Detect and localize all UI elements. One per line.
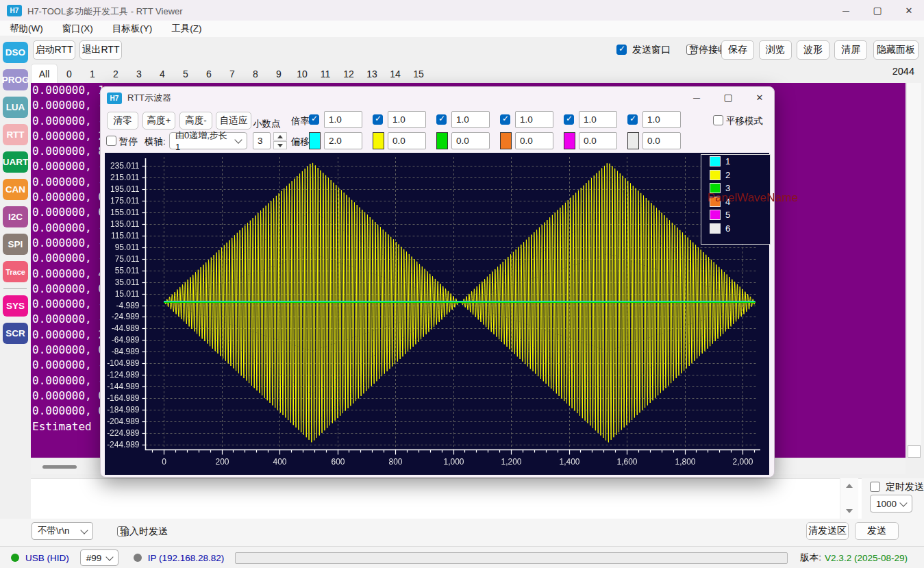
channel-5-offset-input[interactable]: 0.0 — [579, 132, 617, 149]
pan-mode-checkbox[interactable] — [713, 115, 723, 125]
channel-1-enable-checkbox[interactable] — [309, 114, 319, 125]
timed-send-checkbox[interactable] — [870, 482, 880, 492]
channel-4-enable-checkbox[interactable] — [500, 114, 510, 125]
minimize-icon[interactable] — [836, 3, 856, 18]
sidebar-item-sys[interactable]: SYS — [3, 295, 28, 317]
maximize-icon[interactable] — [868, 3, 887, 18]
hscrollbar-handle[interactable] — [42, 465, 77, 469]
channel-6-gain-input[interactable]: 1.0 — [642, 111, 681, 128]
tab-1[interactable]: 1 — [81, 64, 104, 83]
channel-5-gain-input[interactable]: 1.0 — [579, 111, 617, 128]
decimal-spinner[interactable] — [273, 132, 287, 149]
send-window-checkbox[interactable] — [616, 45, 627, 55]
exit-rtt-button[interactable]: 退出RTT — [79, 40, 122, 60]
clear-send-button[interactable]: 清发送区 — [806, 522, 849, 540]
channel-3-color-swatch[interactable] — [436, 132, 448, 149]
channel-2-color-swatch[interactable] — [373, 132, 384, 149]
input-vscrollbar[interactable] — [840, 478, 858, 519]
waveform-button[interactable]: 波形 — [797, 40, 829, 60]
sidebar-item-rtt[interactable]: RTT — [3, 124, 28, 145]
decimal-input[interactable]: 3 — [253, 132, 271, 149]
start-rtt-button[interactable]: 启动RTT — [33, 40, 75, 60]
sidebar-item-scr[interactable]: SCR — [3, 323, 28, 344]
menu-item[interactable]: 工具(Z) — [162, 23, 211, 35]
scope-chart-canvas[interactable] — [105, 153, 769, 475]
channel-2-gain-input[interactable]: 1.0 — [388, 111, 426, 128]
sidebar-item-lua[interactable]: LUA — [3, 97, 28, 118]
channel-4-gain-input[interactable]: 1.0 — [515, 111, 553, 128]
legend-swatch-3 — [710, 183, 721, 193]
channel-2-enable-checkbox[interactable] — [373, 114, 383, 125]
channel-5-enable-checkbox[interactable] — [564, 114, 574, 125]
tab-5[interactable]: 5 — [174, 64, 197, 83]
haxis-combobox[interactable]: 由0递增,步长1 — [169, 132, 247, 149]
sidebar-item-can[interactable]: CAN — [3, 179, 28, 200]
tab-13[interactable]: 13 — [360, 64, 384, 83]
tab-7[interactable]: 7 — [221, 64, 244, 83]
menu-item[interactable]: 窗口(X) — [53, 23, 103, 35]
channel-3-offset-input[interactable]: 0.0 — [451, 132, 490, 149]
channel-6-enable-checkbox[interactable] — [627, 114, 638, 125]
close-icon[interactable] — [899, 3, 919, 18]
interval-combobox[interactable]: 1000 — [870, 495, 912, 513]
scroll-up-icon[interactable] — [846, 484, 853, 488]
channel-4-color-swatch[interactable] — [500, 132, 512, 149]
scroll-down-icon[interactable] — [846, 509, 853, 513]
browse-button[interactable]: 浏览 — [759, 40, 792, 60]
scope-pause-checkbox[interactable] — [106, 136, 116, 146]
tab-10[interactable]: 10 — [290, 64, 314, 83]
send-button[interactable]: 发送 — [855, 522, 899, 540]
channel-combobox[interactable]: #99 — [80, 550, 118, 566]
sidebar-item-i2c[interactable]: I2C — [3, 206, 28, 227]
tab-15[interactable]: 15 — [407, 64, 430, 83]
spinner-up-icon[interactable] — [273, 132, 287, 140]
clear-screen-button[interactable]: 清屏 — [834, 40, 867, 60]
tab-6[interactable]: 6 — [197, 64, 221, 83]
menu-item[interactable]: 帮助(W) — [0, 23, 53, 35]
line-ending-combobox[interactable]: 不带\r\n — [32, 522, 93, 540]
channel-1-offset-input[interactable]: 2.0 — [324, 132, 362, 149]
legend-item: 3 — [701, 182, 770, 195]
tab-11[interactable]: 11 — [314, 64, 337, 83]
channel-3-enable-checkbox[interactable] — [436, 114, 447, 125]
legend-swatch-5 — [710, 210, 721, 220]
sidebar-item-spi[interactable]: SPI — [3, 234, 28, 255]
channel-3-gain-input[interactable]: 1.0 — [451, 111, 490, 128]
sidebar-item-uart[interactable]: UART — [3, 151, 28, 173]
tab-0[interactable]: 0 — [58, 64, 81, 83]
scope-close-icon[interactable] — [750, 90, 769, 105]
terminal-scroll-corner[interactable] — [908, 445, 921, 458]
channel-1-gain-input[interactable]: 1.0 — [324, 111, 362, 128]
terminal-vscrollbar[interactable] — [906, 83, 921, 458]
auto-fit-button[interactable]: 自适应 — [216, 112, 251, 129]
channel-6-offset-input[interactable]: 0.0 — [642, 132, 681, 149]
tab-2[interactable]: 2 — [104, 64, 127, 83]
save-button[interactable]: 保存 — [721, 40, 754, 60]
spinner-down-icon[interactable] — [273, 141, 287, 149]
clear-zero-button[interactable]: 清零 — [107, 112, 138, 129]
channel-2-offset-input[interactable]: 0.0 — [388, 132, 426, 149]
tab-3[interactable]: 3 — [127, 64, 151, 83]
scope-maximize-icon[interactable] — [719, 90, 738, 105]
channel-1-color-swatch[interactable] — [309, 132, 321, 149]
height-plus-button[interactable]: 高度+ — [142, 112, 175, 129]
scope-chart[interactable]: 123456 PanelWaveName — [105, 153, 769, 475]
send-input-area[interactable] — [31, 478, 862, 519]
sidebar-item-trace[interactable]: Trace — [3, 261, 28, 282]
ip-status: IP (192.168.28.82) — [148, 553, 225, 563]
scope-minimize-icon[interactable] — [687, 90, 706, 105]
sidebar-item-prog[interactable]: PROG — [3, 69, 28, 90]
channel-5-color-swatch[interactable] — [564, 132, 575, 149]
hide-panel-button[interactable]: 隐藏面板 — [873, 40, 919, 60]
tab-9[interactable]: 9 — [267, 64, 290, 83]
channel-6-color-swatch[interactable] — [627, 132, 639, 149]
tab-all[interactable]: All — [31, 64, 58, 83]
tab-8[interactable]: 8 — [244, 64, 267, 83]
channel-4-offset-input[interactable]: 0.0 — [515, 132, 553, 149]
tab-14[interactable]: 14 — [384, 64, 407, 83]
height-minus-button[interactable]: 高度- — [179, 112, 212, 129]
sidebar-item-dso[interactable]: DSO — [3, 42, 28, 63]
tab-12[interactable]: 12 — [337, 64, 360, 83]
menu-item[interactable]: 目标板(Y) — [103, 23, 162, 35]
tab-4[interactable]: 4 — [151, 64, 174, 83]
